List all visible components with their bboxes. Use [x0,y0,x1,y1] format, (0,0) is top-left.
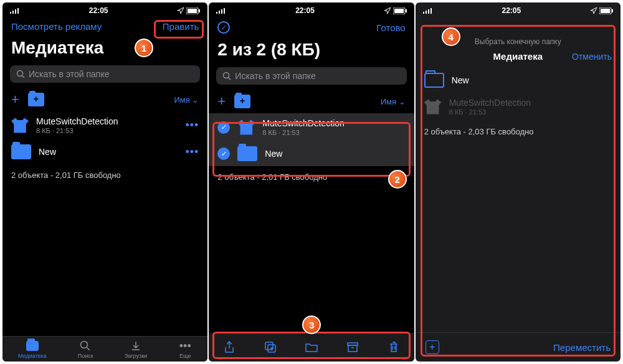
footer-info: 2 объекта - 2,01 ГБ свободно [2,164,207,186]
svg-rect-25 [348,345,357,352]
move-button[interactable] [305,340,318,354]
search-input[interactable]: Искать в этой папке [10,65,200,83]
sort-button[interactable]: Имя ⌄ [174,95,199,105]
more-button[interactable]: ••• [185,119,199,132]
svg-rect-1 [12,11,14,14]
callout-4: 4 [442,27,460,46]
svg-rect-17 [406,9,407,12]
edit-button[interactable]: Править [163,21,199,32]
action-bar [209,333,414,362]
tab-search[interactable]: Поиск [78,340,93,359]
screen-3-destination: 22:05 4 Выбрать конечную папку Медиатека… [416,2,621,362]
item-name: New [265,149,405,159]
new-folder-button[interactable] [28,93,44,106]
screen-2-selection: 22:05 Готово 2 из 2 (8 КБ) Искать в этой… [209,2,414,362]
list-item-selected[interactable]: ✓ New [209,141,414,166]
checkmark-icon: ✓ [217,121,230,134]
svg-rect-16 [394,9,404,13]
folder-icon [26,341,39,351]
item-name: New [452,75,612,85]
list-item[interactable]: MuteSwitchDetection 8 КБ · 21:53 ••• [2,111,207,139]
battery-icon [599,7,613,14]
svg-rect-32 [601,9,610,13]
download-icon [129,340,143,352]
tab-more[interactable]: ••• Еще [178,340,192,359]
battery-icon [393,7,407,14]
svg-line-19 [229,78,231,80]
signal-icon [423,7,433,14]
select-all-button[interactable] [217,21,230,34]
list-item[interactable]: New [416,68,621,93]
add-button[interactable]: + [217,93,226,110]
tab-downloads[interactable]: Загрузки [125,340,147,359]
new-folder-button[interactable] [234,95,250,108]
svg-point-18 [224,73,229,78]
toolbar: + Имя ⌄ [209,87,414,113]
done-button[interactable]: Готово [376,22,405,33]
svg-rect-27 [423,12,424,14]
folder-icon [237,146,257,161]
battery-icon [186,7,200,14]
watch-ad-link[interactable]: Посмотреть рекламу [11,21,102,32]
screen-1-library: 22:05 Посмотреть рекламу Править 1 Медиа… [2,2,207,362]
svg-rect-3 [17,8,19,14]
sort-button[interactable]: Имя ⌄ [381,97,406,106]
svg-rect-28 [426,11,427,14]
tab-bar: Медиатека Поиск Загрузки ••• Еще [2,336,207,362]
new-folder-button[interactable]: + [426,340,439,354]
status-bar: 22:05 [209,2,414,16]
file-icon [11,118,29,133]
nav-bar: Готово [209,16,414,39]
modal-title: Медиатека [493,51,543,62]
cancel-button[interactable]: Отменить [572,52,612,62]
svg-point-9 [81,342,88,348]
status-bar: 22:05 [2,2,207,16]
item-name: MuteSwitchDetection [262,118,405,128]
svg-rect-12 [219,11,220,14]
callout-1: 1 [135,39,153,57]
location-icon [177,7,184,14]
delete-button[interactable] [387,340,401,354]
svg-rect-33 [612,9,613,12]
file-icon [237,120,255,135]
svg-line-8 [22,76,25,78]
bottom-bar: + Переместить [416,332,621,362]
location-icon [590,7,597,14]
file-icon [424,100,442,114]
search-icon [16,70,25,78]
item-meta: 8 КБ · 21:53 [449,108,612,116]
svg-rect-2 [15,9,16,14]
svg-rect-5 [188,9,197,13]
svg-rect-29 [428,9,429,14]
item-name: MuteSwitchDetection [449,98,612,108]
svg-line-10 [87,348,90,351]
move-confirm-button[interactable]: Переместить [553,342,611,353]
share-button[interactable] [222,340,236,354]
svg-rect-30 [430,8,432,14]
item-name: New [39,147,178,157]
search-input[interactable]: Искать в этой папке [216,67,406,85]
add-button[interactable]: + [11,91,19,108]
status-right [384,7,407,14]
search-placeholder: Искать в этой папке [235,71,316,81]
status-bar: 22:05 [416,2,621,16]
tab-library[interactable]: Медиатека [18,340,47,359]
svg-rect-11 [216,12,217,14]
folder-icon [424,73,444,88]
folder-icon [11,144,31,159]
svg-rect-14 [224,8,225,14]
more-button[interactable]: ••• [185,146,199,159]
status-right [177,7,200,14]
status-time: 22:05 [89,6,108,15]
list-item[interactable]: New ••• [2,139,207,164]
copy-button[interactable] [264,340,277,354]
signal-icon [216,7,226,14]
search-icon [78,340,92,352]
toolbar: + Имя ⌄ [2,85,207,111]
archive-button[interactable] [346,340,359,354]
location-icon [384,7,391,14]
item-name: MuteSwitchDetection [36,116,178,126]
more-icon: ••• [178,340,192,352]
list-item-selected[interactable]: ✓ MuteSwitchDetection 8 КБ · 21:53 [209,113,414,141]
footer-info: 2 объекта - 2,01 ГБ свободно [209,166,414,188]
